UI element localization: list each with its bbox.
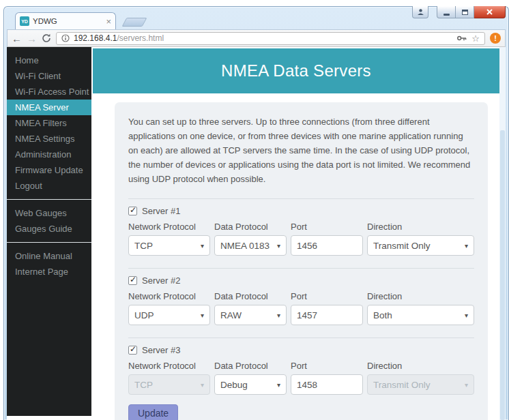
server-section: ✓Server #3Network ProtocolData ProtocolP… — [128, 345, 474, 395]
back-icon[interactable]: ← — [12, 33, 22, 44]
checkmark-icon: ✓ — [130, 275, 136, 284]
port-input[interactable] — [291, 374, 363, 395]
new-tab-button[interactable] — [122, 18, 147, 27]
selected-value: NMEA 0183 — [220, 241, 270, 251]
bookmark-star-icon[interactable]: ☆ — [471, 34, 480, 43]
browser-window: YD YDWG × ← — [3, 6, 509, 420]
server-sections: ✓Server #1Network ProtocolData ProtocolP… — [128, 198, 474, 395]
vertical-scrollbar[interactable] — [499, 47, 506, 420]
port-input[interactable] — [291, 235, 363, 256]
sidebar-item-internet-page[interactable]: Internet Page — [7, 264, 91, 280]
port-label: Port — [291, 222, 363, 232]
sidebar-item-logout[interactable]: Logout — [7, 178, 91, 194]
maximize-button[interactable] — [456, 6, 474, 18]
sidebar-divider — [7, 242, 91, 243]
server-enabled-checkbox[interactable]: ✓ — [128, 276, 137, 285]
sidebar-divider — [7, 199, 91, 200]
sidebar-item-firmware-update[interactable]: Firmware Update — [7, 162, 91, 178]
page-title: NMEA Data Servers — [221, 61, 371, 80]
server-label: Server #3 — [142, 345, 180, 355]
address-bar[interactable]: 192.168.4.1/servers.html ☆ — [56, 32, 485, 45]
page-info-icon[interactable] — [61, 34, 70, 42]
selected-value: Both — [373, 310, 392, 320]
direction-select[interactable]: Transmit Only▾ — [367, 235, 474, 256]
sidebar-item-gauges-guide[interactable]: Gauges Guide — [7, 221, 91, 237]
url-text[interactable]: 192.168.4.1/servers.html — [74, 33, 164, 43]
chevron-down-icon: ▾ — [201, 312, 204, 319]
window-controls — [412, 6, 506, 18]
scrollbar-thumb[interactable] — [500, 130, 505, 420]
direction-label: Direction — [367, 222, 474, 232]
reload-icon[interactable] — [42, 33, 51, 43]
selected-value: Debug — [220, 380, 248, 390]
network-protocol-select[interactable]: TCP▾ — [128, 235, 210, 256]
server-section: ✓Server #2Network ProtocolData ProtocolP… — [128, 275, 474, 325]
selected-value: TCP — [134, 380, 153, 390]
data-protocol-select[interactable]: RAW▾ — [214, 305, 287, 325]
sidebar-item-web-gauges[interactable]: Web Gauges — [7, 205, 91, 221]
network-protocol-select[interactable]: UDP▾ — [128, 305, 210, 325]
sidebar: HomeWi-Fi ClientWi-Fi Access PointNMEA S… — [7, 47, 91, 416]
tab-strip: YD YDWG × — [4, 7, 508, 29]
checkmark-icon: ✓ — [130, 205, 136, 215]
selected-value: Transmit Only — [373, 380, 431, 390]
chevron-down-icon: ▾ — [201, 381, 204, 389]
direction-select[interactable]: Both▾ — [367, 305, 474, 325]
forward-icon[interactable]: → — [27, 33, 37, 44]
field-controls-row: UDP▾RAW▾Both▾ — [128, 305, 474, 325]
chevron-down-icon: ▾ — [277, 312, 280, 319]
chevron-down-icon: ▾ — [201, 242, 204, 250]
server-enable-row: ✓Server #2 — [128, 275, 474, 286]
tab-close-icon[interactable]: × — [106, 17, 111, 26]
close-button[interactable] — [474, 6, 506, 18]
sidebar-item-nmea-filters[interactable]: NMEA Filters — [7, 115, 91, 131]
tab-title: YDWG — [33, 17, 102, 25]
chevron-down-icon: ▾ — [465, 312, 468, 319]
server-enabled-checkbox[interactable]: ✓ — [128, 207, 137, 215]
data-protocol-label: Data Protocol — [214, 361, 287, 371]
url-path: /servers.html — [117, 33, 164, 43]
servers-card: You can set up to three servers. Up to t… — [115, 102, 488, 420]
field-controls-row: TCP▾NMEA 0183▾Transmit Only▾ — [128, 235, 474, 256]
sidebar-item-wi-fi-client[interactable]: Wi-Fi Client — [7, 68, 91, 84]
server-label: Server #1 — [142, 206, 180, 216]
minimize-icon — [443, 14, 450, 16]
browser-tab[interactable]: YD YDWG × — [15, 12, 116, 29]
maximize-icon — [462, 10, 468, 15]
profile-button[interactable] — [412, 6, 428, 18]
port-input[interactable] — [291, 305, 363, 325]
sidebar-item-home[interactable]: Home — [7, 52, 91, 68]
selected-value: UDP — [134, 310, 154, 320]
password-key-icon[interactable] — [457, 35, 467, 42]
field-labels-row: Network ProtocolData ProtocolPortDirecti… — [128, 222, 474, 235]
network-protocol-label: Network Protocol — [128, 361, 210, 371]
favicon: YD — [20, 16, 29, 26]
update-button[interactable]: Update — [128, 404, 178, 420]
data-protocol-select[interactable]: NMEA 0183▾ — [214, 235, 287, 256]
sidebar-item-nmea-server[interactable]: NMEA Server — [7, 100, 91, 115]
server-enable-row: ✓Server #3 — [128, 345, 474, 355]
sidebar-item-wi-fi-access-point[interactable]: Wi-Fi Access Point — [7, 84, 91, 100]
main-content: NMEA Data Servers You can set up to thre… — [91, 47, 499, 420]
page-header: NMEA Data Servers — [93, 48, 499, 93]
menu-update-badge-icon[interactable]: ! — [490, 33, 501, 44]
server-label: Server #2 — [142, 275, 180, 286]
field-labels-row: Network ProtocolData ProtocolPortDirecti… — [128, 361, 474, 374]
intro-text: You can set up to three servers. Up to t… — [128, 115, 474, 186]
direction-select: Transmit Only▾ — [367, 374, 474, 395]
chevron-down-icon: ▾ — [277, 381, 280, 389]
sidebar-item-nmea-settings[interactable]: NMEA Settings — [7, 131, 91, 147]
sidebar-item-administration[interactable]: Administration — [7, 147, 91, 162]
data-protocol-select[interactable]: Debug▾ — [214, 374, 287, 395]
port-label: Port — [291, 361, 363, 371]
field-controls-row: TCP▾Debug▾Transmit Only▾ — [128, 374, 474, 395]
data-protocol-label: Data Protocol — [214, 291, 287, 301]
section-divider — [128, 198, 474, 199]
network-protocol-select: TCP▾ — [128, 374, 210, 395]
sidebar-item-online-manual[interactable]: Online Manual — [7, 248, 91, 264]
minimize-button[interactable] — [437, 6, 456, 18]
server-enable-row: ✓Server #1 — [128, 206, 474, 216]
server-enabled-checkbox[interactable]: ✓ — [128, 346, 137, 355]
browser-toolbar: ← → 192.168.4.1/servers.html ☆ ! — [7, 29, 506, 47]
selected-value: RAW — [220, 310, 242, 320]
